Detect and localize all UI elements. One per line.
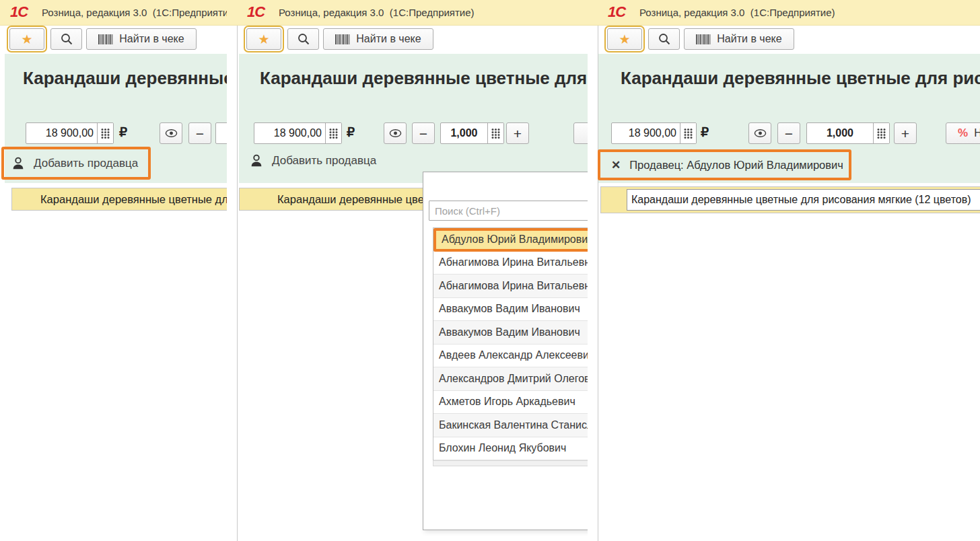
seller-list-item[interactable]: Ахметов Игорь Аркадьевич [433,391,588,414]
seller-list-item[interactable]: Авдеев Александр Алексеевич [433,345,588,368]
assigned-seller-highlight-box: ✕ Продавец: Абдулов Юрий Владимирович [598,149,851,180]
numpad-icon[interactable] [487,123,503,143]
currency-label: ₽ [701,124,709,140]
percent-icon: % [958,127,968,140]
quantity-value: 1,000 [441,123,487,143]
find-in-receipt-button[interactable]: Найти в чеке [684,28,794,50]
1c-logo: 1С [10,3,28,21]
horizontal-scrollbar[interactable] [433,460,588,466]
item-title: Карандаши деревянные цветные для рисован… [23,68,227,89]
show-item-button[interactable] [384,122,407,144]
show-item-button[interactable] [160,122,182,144]
window-title: Розница, редакция 3.0 (1С:Предприятие) [42,7,227,18]
quantity-value: 1,000 [807,123,873,143]
seller-list-item[interactable]: Абнагимова Ирина Витальевна [433,275,588,298]
receipt-row-name-input[interactable]: Карандаши деревянные цветные для рисован… [627,189,980,211]
price-input[interactable]: 18 900,00 [611,122,697,144]
seller-list-item[interactable]: Александров Дмитрий Олегович [433,367,588,391]
1c-logo: 1С [247,3,265,21]
add-seller-button[interactable]: Добавить продавца [249,153,376,168]
seller-list-item[interactable]: Аввакумов Вадим Иванович [433,298,588,322]
person-icon [11,156,26,171]
find-in-receipt-label: Найти в чеке [717,33,781,45]
person-icon [249,153,264,168]
price-value: 18 900,00 [612,123,680,143]
add-seller-label: Добавить продавца [272,154,376,168]
star-icon: ★ [21,33,32,46]
seller-picker-dropdown: Абдулов Юрий Владимирович Абнагимова Ири… [423,172,588,530]
eye-icon [754,129,767,138]
search-button[interactable] [287,28,319,50]
numpad-icon[interactable] [680,123,696,143]
favorites-button[interactable]: ★ [9,28,44,50]
increase-quantity-button[interactable]: + [894,122,917,144]
eye-icon [165,129,178,138]
price-value: 18 900,00 [254,123,325,143]
barcode-icon [696,34,711,44]
increase-quantity-button[interactable]: + [506,122,529,144]
decrease-quantity-button[interactable]: − [188,122,211,144]
seller-list: Абдулов Юрий Владимирович Абнагимова Ири… [433,227,588,461]
panel-step-1-add-seller: 1С Розница, редакция 3.0 (1С:Предприятие… [0,0,227,541]
seller-list-item[interactable]: Аввакумов Вадим Иванович [433,321,588,345]
favorites-button[interactable]: ★ [246,28,281,50]
star-icon: ★ [258,33,269,46]
star-icon: ★ [619,33,630,46]
magnifier-icon [297,32,310,46]
plus-icon: + [514,127,522,141]
seller-list-item-selected[interactable]: Абдулов Юрий Владимирович [433,228,588,252]
quantity-input[interactable]: 1,000 [806,122,890,144]
add-seller-button[interactable]: Добавить продавца [4,156,138,171]
seller-list-item[interactable]: Бакинская Валентина Станиславовна [433,414,588,437]
receipt-row[interactable]: Карандаши деревянные цветные для рисован… [11,188,227,211]
seller-list-item[interactable]: Абнагимова Ирина Витальевна [433,252,588,275]
minus-icon: − [785,127,793,141]
quantity-input[interactable]: 1,000 [440,122,504,144]
discount-button-cut[interactable] [573,122,588,144]
1c-logo: 1С [608,3,625,21]
window-title: Розница, редакция 3.0 (1С:Предприятие) [639,7,980,18]
item-title: Карандаши деревянные цветные для рисован… [621,68,980,89]
close-icon[interactable]: ✕ [611,159,621,171]
show-item-button[interactable] [748,122,771,144]
find-in-receipt-button[interactable]: Найти в чеке [323,28,433,50]
find-in-receipt-label: Найти в чеке [356,33,421,45]
seller-search-input[interactable] [429,201,588,221]
minus-icon: − [419,127,427,141]
barcode-icon [98,34,113,44]
barcode-icon [335,34,350,44]
numpad-icon[interactable] [325,123,341,143]
panel-left-border [237,26,238,541]
price-input[interactable]: 18 900,00 [254,122,342,144]
numpad-icon[interactable] [97,123,113,143]
panel-step-3-seller-assigned: 1С Розница, редакция 3.0 (1С:Предприятие… [598,0,980,541]
panel-step-2-choose-seller: 1С Розница, редакция 3.0 (1С:Предприятие… [237,0,588,541]
price-input[interactable]: 18 900,00 [26,122,114,144]
discount-button[interactable]: % Н [946,122,980,144]
window-title: Розница, редакция 3.0 (1С:Предприятие) [279,7,588,18]
currency-label: ₽ [347,124,355,140]
screenshot-stage: 1С Розница, редакция 3.0 (1С:Предприятие… [0,0,980,541]
assigned-seller-label: Продавец: Абдулов Юрий Владимирович [629,159,843,172]
price-value: 18 900,00 [26,123,97,143]
receipt-row[interactable]: Карандаши деревянные цветные для рисован… [600,186,980,213]
decrease-quantity-button[interactable]: − [777,122,800,144]
currency-label: ₽ [119,124,127,140]
search-button[interactable] [50,28,82,50]
decrease-quantity-button[interactable]: − [412,122,435,144]
assigned-seller-row[interactable]: ✕ Продавец: Абдулов Юрий Владимирович [600,159,843,172]
eye-icon [389,129,402,138]
favorites-button[interactable]: ★ [607,28,642,50]
seller-list-item[interactable]: Блохин Леонид Якубович [433,437,588,461]
item-title: Карандаши деревянные цветные для рисован… [260,68,588,89]
add-seller-label: Добавить продавца [34,157,138,170]
discount-label: Н [974,127,980,139]
find-in-receipt-button[interactable]: Найти в чеке [86,28,197,50]
magnifier-icon [60,32,73,46]
search-button[interactable] [648,28,680,50]
magnifier-icon [658,32,671,46]
minus-icon: − [196,127,204,141]
numpad-icon[interactable] [873,123,889,143]
plus-icon: + [901,127,909,141]
quantity-input-cut[interactable] [215,122,227,144]
